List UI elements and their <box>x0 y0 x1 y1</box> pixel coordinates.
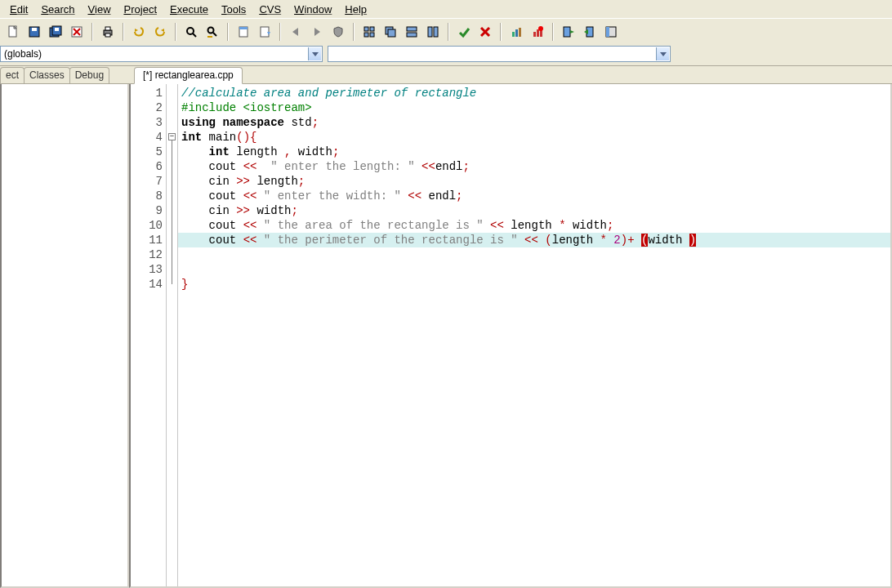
svg-marker-13 <box>161 29 164 32</box>
new-file-button[interactable] <box>3 22 23 42</box>
svg-rect-40 <box>537 29 539 37</box>
svg-marker-44 <box>570 30 574 33</box>
undo-icon <box>132 25 145 38</box>
line-number: 7 <box>131 174 163 189</box>
print-button[interactable] <box>98 22 118 42</box>
code-line[interactable] <box>181 262 890 277</box>
file-tab-label: [*] rectanglearea.cpp <box>143 69 234 81</box>
menu-window[interactable]: Window <box>288 2 338 17</box>
member-combobox[interactable] <box>328 46 671 62</box>
fold-toggle-icon[interactable]: − <box>168 133 176 140</box>
toolbar-separator <box>175 23 176 41</box>
find-button[interactable] <box>181 22 201 42</box>
line-number: 14 <box>131 277 163 292</box>
line-number: 6 <box>131 159 163 174</box>
svg-rect-43 <box>564 27 570 37</box>
svg-rect-38 <box>519 28 521 37</box>
code-line[interactable]: using namespace std; <box>181 115 890 130</box>
line-number: 11 <box>131 233 163 247</box>
chart-red-button[interactable] <box>528 22 547 42</box>
file-tab-bar: [*] rectanglearea.cpp <box>129 66 892 84</box>
window-cascade-icon <box>384 25 397 38</box>
code-area[interactable]: //calculate area and perimeter of rectan… <box>178 84 890 586</box>
editor-body[interactable]: 1234567891011121314 − //calculate area a… <box>129 84 892 588</box>
svg-rect-5 <box>55 28 59 31</box>
menu-help[interactable]: Help <box>338 2 373 17</box>
toolbar-separator <box>353 23 355 41</box>
toolbar-separator <box>227 23 229 41</box>
goto-bookmark-button[interactable] <box>255 22 274 42</box>
chevron-down-icon[interactable] <box>308 47 321 60</box>
print-icon <box>101 25 114 38</box>
nav-back-button[interactable] <box>286 22 306 42</box>
save-button[interactable] <box>25 22 44 42</box>
undo-button[interactable] <box>129 22 149 42</box>
insert-icon <box>583 25 596 38</box>
menu-project[interactable]: Project <box>118 2 163 17</box>
combo-row: (globals) <box>0 44 892 65</box>
close-button[interactable] <box>67 22 87 42</box>
scope-combobox[interactable]: (globals) <box>0 46 323 62</box>
replace-button[interactable] <box>203 22 222 42</box>
nav-back-icon <box>289 25 302 38</box>
code-line[interactable] <box>181 247 890 262</box>
editor-area: [*] rectanglearea.cpp 123456789101112131… <box>129 66 892 588</box>
code-line[interactable]: #include <iostream> <box>181 100 890 115</box>
cancel-button[interactable] <box>475 22 495 42</box>
code-line[interactable]: int main(){ <box>181 130 890 145</box>
menu-tools[interactable]: Tools <box>215 2 252 17</box>
code-line[interactable]: cout << " enter the width: " << endl; <box>181 189 890 203</box>
code-line[interactable]: //calculate area and perimeter of rectan… <box>181 86 890 100</box>
exit-button[interactable] <box>559 22 578 42</box>
code-line[interactable]: cout << " the area of the rectangle is "… <box>181 218 890 233</box>
save-all-button[interactable] <box>46 22 65 42</box>
toggle-bookmark-button[interactable] <box>234 22 253 42</box>
svg-rect-10 <box>105 27 110 30</box>
side-tab-ect[interactable]: ect <box>0 67 25 83</box>
exit-icon <box>562 25 575 38</box>
check-button[interactable] <box>454 22 474 42</box>
svg-point-16 <box>208 27 214 33</box>
menu-execute[interactable]: Execute <box>163 2 215 17</box>
window-horz-button[interactable] <box>402 22 421 42</box>
window-horz-icon <box>405 25 418 38</box>
code-line[interactable]: cin >> width; <box>181 203 890 218</box>
menu-search[interactable]: Search <box>34 2 81 17</box>
toolbar-separator <box>448 23 449 41</box>
side-tabs: ectClassesDebug <box>0 66 129 84</box>
nav-forward-button[interactable] <box>307 22 327 42</box>
chart-bar-button[interactable] <box>506 22 526 42</box>
panel-button[interactable] <box>601 22 621 42</box>
code-line[interactable]: int length , width; <box>181 145 890 159</box>
code-line[interactable]: cout << " the perimeter of the rectangle… <box>181 233 890 247</box>
window-tile-button[interactable] <box>359 22 379 42</box>
insert-button[interactable] <box>580 22 600 42</box>
code-line[interactable]: cin >> length; <box>181 174 890 189</box>
line-number: 13 <box>131 262 163 277</box>
svg-rect-25 <box>370 27 374 31</box>
svg-rect-29 <box>388 29 395 37</box>
svg-rect-27 <box>370 33 374 37</box>
side-tab-classes[interactable]: Classes <box>24 67 70 83</box>
menu-view[interactable]: View <box>82 2 118 17</box>
line-number: 2 <box>131 100 163 115</box>
new-file-icon <box>7 25 20 38</box>
line-number-gutter: 1234567891011121314 <box>131 84 167 586</box>
window-cascade-button[interactable] <box>381 22 400 42</box>
redo-button[interactable] <box>150 22 170 42</box>
toolbar-separator <box>500 23 502 41</box>
chevron-down-icon[interactable] <box>656 47 669 60</box>
line-number: 9 <box>131 203 163 218</box>
menu-edit[interactable]: Edit <box>3 2 34 17</box>
menu-cvs[interactable]: CVS <box>252 2 288 17</box>
toggle-bookmark-icon <box>237 25 250 38</box>
svg-rect-48 <box>606 27 609 37</box>
code-line[interactable]: } <box>181 277 890 292</box>
goto-bookmark-icon <box>258 25 271 38</box>
menubar: EditSearchViewProjectExecuteToolsCVSWind… <box>0 0 892 18</box>
side-tab-debug[interactable]: Debug <box>69 67 109 83</box>
code-line[interactable]: cout << " enter the length: " <<endl; <box>181 159 890 174</box>
window-vert-button[interactable] <box>423 22 443 42</box>
shield-button[interactable] <box>328 22 348 42</box>
file-tab-active[interactable]: [*] rectanglearea.cpp <box>134 67 243 84</box>
